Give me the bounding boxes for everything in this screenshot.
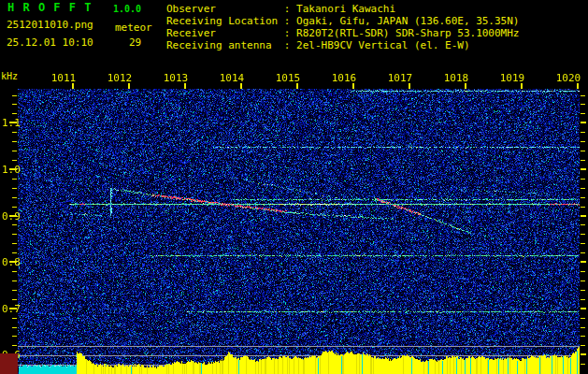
freq-minor-tick — [12, 299, 17, 300]
freq-minor-tick-right — [581, 160, 585, 161]
freq-minor-tick-right — [581, 113, 585, 114]
freq-tick-label: 0.9 — [2, 210, 21, 223]
freq-minor-tick-right — [581, 95, 585, 96]
time-tick-label: 1011 — [41, 72, 86, 84]
time-tick-label: 1017 — [378, 72, 423, 84]
freq-minor-tick — [12, 243, 17, 244]
mode-label: meteor — [115, 22, 152, 34]
freq-minor-tick-right — [581, 234, 585, 235]
spectrogram-canvas — [18, 89, 580, 374]
freq-minor-tick — [12, 345, 17, 346]
freq-tick-label: 0.8 — [2, 256, 21, 268]
freq-minor-tick-right — [581, 197, 585, 198]
freq-major-tick-right — [581, 215, 586, 217]
freq-minor-tick — [12, 160, 17, 161]
time-tick-label: 1014 — [209, 72, 254, 84]
freq-minor-tick — [12, 197, 17, 198]
freq-minor-tick-right — [581, 290, 585, 291]
freq-minor-tick — [12, 234, 17, 235]
freq-minor-tick-right — [581, 104, 585, 105]
freq-minor-tick — [12, 179, 17, 180]
freq-major-tick-right — [581, 168, 586, 170]
freq-minor-tick-right — [581, 252, 585, 253]
freq-minor-tick — [12, 95, 17, 96]
time-tick-label: 1016 — [322, 72, 366, 84]
freq-unit-label: kHz — [1, 71, 18, 81]
time-tick-label: 1015 — [265, 72, 310, 84]
app-title: H R O F F T — [7, 2, 92, 14]
freq-minor-tick — [12, 280, 17, 281]
freq-tick-label: 0.7 — [2, 303, 21, 315]
freq-minor-tick-right — [581, 141, 585, 142]
info-row: Observer : Takanori Kawachi — [166, 3, 520, 15]
freq-minor-tick — [12, 327, 17, 328]
time-tick-label: 1013 — [153, 72, 198, 84]
freq-minor-tick-right — [581, 224, 585, 225]
freq-minor-tick — [12, 151, 17, 151]
time-tick-label: 1020 — [546, 72, 588, 84]
freq-minor-tick-right — [581, 179, 585, 180]
freq-major-tick-right — [581, 353, 586, 355]
freq-tick-label: 1.1 — [2, 117, 21, 129]
freq-minor-tick — [12, 336, 17, 337]
freq-minor-tick — [12, 132, 17, 133]
freq-minor-tick-right — [581, 271, 585, 272]
freq-major-tick-right — [581, 261, 586, 263]
freq-minor-tick — [12, 113, 17, 114]
time-tick-label: 1019 — [490, 72, 535, 84]
info-row: Receiving antenna : 2el-HB9CV Vertical (… — [166, 39, 520, 51]
freq-minor-tick-right — [581, 207, 585, 208]
freq-minor-tick — [12, 141, 17, 142]
freq-minor-tick — [12, 188, 17, 189]
freq-minor-tick-right — [581, 243, 585, 244]
freq-tick-label: 1.0 — [2, 164, 21, 176]
output-filename: 2512011010.png — [7, 20, 93, 31]
app-version: 1.0.0 — [113, 4, 141, 14]
freq-major-tick-right — [581, 308, 586, 309]
corner-block — [0, 353, 18, 374]
freq-minor-tick — [12, 290, 17, 291]
datetime-label: 25.12.01 10:10 — [7, 37, 93, 49]
freq-minor-tick-right — [581, 299, 585, 300]
freq-minor-tick-right — [581, 345, 585, 346]
freq-minor-tick-right — [581, 318, 585, 319]
echo-count: 29 — [129, 37, 141, 49]
freq-minor-tick — [12, 318, 17, 319]
freq-minor-tick-right — [581, 132, 585, 133]
freq-minor-tick-right — [581, 188, 585, 189]
observer-info-block: Observer : Takanori KawachiReceiving Loc… — [166, 3, 520, 51]
freq-minor-tick — [12, 271, 17, 272]
freq-major-tick-right — [581, 122, 586, 123]
freq-minor-tick-right — [581, 336, 585, 337]
time-tick-label: 1018 — [434, 72, 479, 84]
info-row: Receiving Location : Ogaki, Gifu, JAPAN … — [166, 15, 520, 27]
freq-minor-tick-right — [581, 364, 585, 365]
freq-minor-tick — [12, 104, 17, 105]
freq-minor-tick — [12, 252, 17, 253]
hrofft-screen: H R O F F T 1.0.0 2512011010.png meteor … — [0, 0, 588, 374]
freq-minor-tick-right — [581, 151, 585, 151]
freq-minor-tick-right — [581, 327, 585, 328]
info-row: Receiver : R820T2(RTL-SDR) SDR-Sharp 53.… — [166, 27, 520, 39]
freq-minor-tick — [12, 224, 17, 225]
freq-minor-tick — [12, 207, 17, 208]
time-tick-label: 1012 — [97, 72, 142, 84]
freq-minor-tick-right — [581, 280, 585, 281]
